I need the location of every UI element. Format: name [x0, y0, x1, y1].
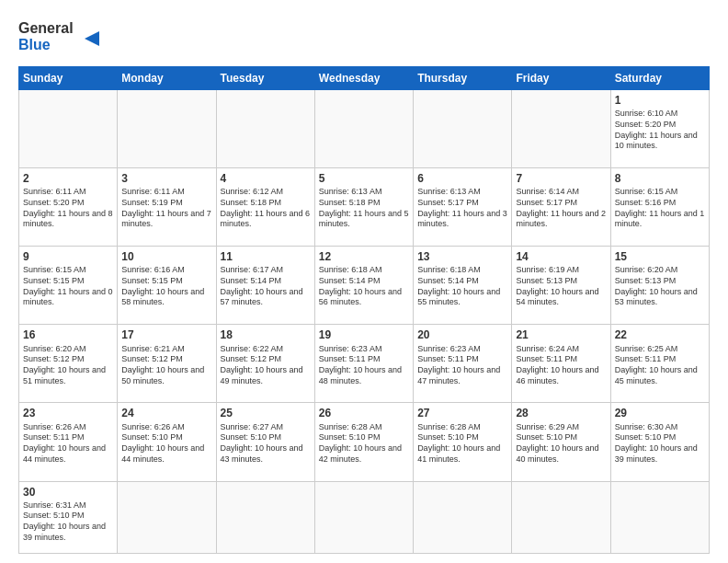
week-row-2: 9Sunrise: 6:15 AM Sunset: 5:15 PM Daylig… — [19, 247, 710, 325]
day-info: Sunrise: 6:10 AM Sunset: 5:20 PM Dayligh… — [615, 109, 705, 152]
header-saturday: Saturday — [610, 67, 709, 90]
day-cell: 1Sunrise: 6:10 AM Sunset: 5:20 PM Daylig… — [610, 90, 709, 168]
day-number: 9 — [23, 249, 113, 264]
day-number: 1 — [615, 93, 705, 108]
day-number: 8 — [615, 171, 705, 186]
day-info: Sunrise: 6:24 AM Sunset: 5:11 PM Dayligh… — [516, 344, 606, 387]
day-cell — [216, 90, 314, 168]
day-number: 26 — [319, 406, 409, 420]
day-cell: 29Sunrise: 6:30 AM Sunset: 5:10 PM Dayli… — [610, 403, 709, 481]
day-number: 30 — [23, 485, 113, 500]
day-info: Sunrise: 6:20 AM Sunset: 5:13 PM Dayligh… — [615, 265, 705, 308]
day-cell — [19, 90, 118, 168]
day-info: Sunrise: 6:13 AM Sunset: 5:17 PM Dayligh… — [417, 187, 507, 230]
week-row-4: 23Sunrise: 6:26 AM Sunset: 5:11 PM Dayli… — [19, 403, 710, 481]
day-cell: 19Sunrise: 6:23 AM Sunset: 5:11 PM Dayli… — [314, 325, 413, 403]
day-info: Sunrise: 6:12 AM Sunset: 5:18 PM Dayligh… — [221, 187, 311, 230]
day-number: 7 — [516, 171, 606, 186]
header-monday: Monday — [118, 67, 216, 90]
day-info: Sunrise: 6:20 AM Sunset: 5:12 PM Dayligh… — [23, 344, 113, 387]
day-cell — [118, 481, 216, 553]
day-number: 6 — [417, 171, 507, 186]
day-info: Sunrise: 6:23 AM Sunset: 5:11 PM Dayligh… — [417, 344, 507, 387]
day-cell: 22Sunrise: 6:25 AM Sunset: 5:11 PM Dayli… — [610, 325, 709, 403]
day-cell — [314, 90, 413, 168]
day-number: 27 — [417, 406, 507, 420]
day-cell: 9Sunrise: 6:15 AM Sunset: 5:15 PM Daylig… — [19, 247, 118, 325]
day-number: 16 — [23, 327, 113, 342]
svg-text:General: General — [18, 20, 74, 36]
day-cell: 5Sunrise: 6:13 AM Sunset: 5:18 PM Daylig… — [314, 168, 413, 247]
day-info: Sunrise: 6:14 AM Sunset: 5:17 PM Dayligh… — [516, 187, 606, 230]
day-info: Sunrise: 6:30 AM Sunset: 5:10 PM Dayligh… — [615, 422, 705, 465]
week-row-5: 30Sunrise: 6:31 AM Sunset: 5:10 PM Dayli… — [19, 481, 710, 553]
day-info: Sunrise: 6:26 AM Sunset: 5:11 PM Dayligh… — [23, 422, 113, 465]
day-number: 25 — [221, 406, 311, 420]
day-info: Sunrise: 6:18 AM Sunset: 5:14 PM Dayligh… — [417, 265, 507, 308]
day-cell: 7Sunrise: 6:14 AM Sunset: 5:17 PM Daylig… — [512, 168, 610, 247]
calendar-table: Sunday Monday Tuesday Wednesday Thursday… — [18, 66, 710, 554]
day-cell: 23Sunrise: 6:26 AM Sunset: 5:11 PM Dayli… — [19, 403, 118, 481]
day-cell: 21Sunrise: 6:24 AM Sunset: 5:11 PM Dayli… — [512, 325, 610, 403]
day-number: 17 — [121, 327, 211, 342]
day-number: 11 — [221, 249, 311, 264]
svg-marker-2 — [85, 31, 99, 46]
day-number: 24 — [121, 406, 211, 420]
day-cell — [610, 481, 709, 553]
day-number: 21 — [516, 327, 606, 342]
day-cell: 10Sunrise: 6:16 AM Sunset: 5:15 PM Dayli… — [118, 247, 216, 325]
week-row-1: 2Sunrise: 6:11 AM Sunset: 5:20 PM Daylig… — [19, 168, 710, 247]
logo-svg: General Blue — [18, 15, 101, 59]
day-cell — [314, 481, 413, 553]
day-number: 29 — [615, 406, 705, 420]
day-cell: 11Sunrise: 6:17 AM Sunset: 5:14 PM Dayli… — [216, 247, 314, 325]
day-number: 10 — [121, 249, 211, 264]
day-cell — [512, 90, 610, 168]
day-number: 13 — [417, 249, 507, 264]
day-cell: 30Sunrise: 6:31 AM Sunset: 5:10 PM Dayli… — [19, 481, 118, 553]
day-cell: 2Sunrise: 6:11 AM Sunset: 5:20 PM Daylig… — [19, 168, 118, 247]
day-info: Sunrise: 6:13 AM Sunset: 5:18 PM Dayligh… — [319, 187, 409, 230]
day-number: 23 — [23, 406, 113, 420]
day-cell: 14Sunrise: 6:19 AM Sunset: 5:13 PM Dayli… — [512, 247, 610, 325]
day-info: Sunrise: 6:18 AM Sunset: 5:14 PM Dayligh… — [319, 265, 409, 308]
header-sunday: Sunday — [19, 67, 118, 90]
day-cell: 15Sunrise: 6:20 AM Sunset: 5:13 PM Dayli… — [610, 247, 709, 325]
day-cell: 8Sunrise: 6:15 AM Sunset: 5:16 PM Daylig… — [610, 168, 709, 247]
day-info: Sunrise: 6:22 AM Sunset: 5:12 PM Dayligh… — [221, 344, 311, 387]
day-cell — [216, 481, 314, 553]
day-cell: 3Sunrise: 6:11 AM Sunset: 5:19 PM Daylig… — [118, 168, 216, 247]
day-info: Sunrise: 6:19 AM Sunset: 5:13 PM Dayligh… — [516, 265, 606, 308]
day-info: Sunrise: 6:31 AM Sunset: 5:10 PM Dayligh… — [23, 500, 113, 544]
day-number: 28 — [516, 406, 606, 420]
day-cell: 17Sunrise: 6:21 AM Sunset: 5:12 PM Dayli… — [118, 325, 216, 403]
page: General Blue Sunday Monday Tuesday Wedne… — [0, 0, 728, 563]
day-info: Sunrise: 6:27 AM Sunset: 5:10 PM Dayligh… — [221, 422, 311, 465]
day-info: Sunrise: 6:16 AM Sunset: 5:15 PM Dayligh… — [121, 265, 211, 308]
day-cell: 28Sunrise: 6:29 AM Sunset: 5:10 PM Dayli… — [512, 403, 610, 481]
day-cell: 25Sunrise: 6:27 AM Sunset: 5:10 PM Dayli… — [216, 403, 314, 481]
day-cell: 26Sunrise: 6:28 AM Sunset: 5:10 PM Dayli… — [314, 403, 413, 481]
day-number: 12 — [319, 249, 409, 264]
svg-text:Blue: Blue — [18, 37, 51, 52]
logo: General Blue — [18, 15, 101, 59]
header-tuesday: Tuesday — [216, 67, 314, 90]
day-info: Sunrise: 6:26 AM Sunset: 5:10 PM Dayligh… — [121, 422, 211, 465]
day-info: Sunrise: 6:21 AM Sunset: 5:12 PM Dayligh… — [121, 344, 211, 387]
day-cell: 18Sunrise: 6:22 AM Sunset: 5:12 PM Dayli… — [216, 325, 314, 403]
day-info: Sunrise: 6:17 AM Sunset: 5:14 PM Dayligh… — [221, 265, 311, 308]
day-info: Sunrise: 6:28 AM Sunset: 5:10 PM Dayligh… — [319, 422, 409, 465]
day-cell: 6Sunrise: 6:13 AM Sunset: 5:17 PM Daylig… — [414, 168, 512, 247]
day-info: Sunrise: 6:29 AM Sunset: 5:10 PM Dayligh… — [516, 422, 606, 465]
header-friday: Friday — [512, 67, 610, 90]
day-number: 19 — [319, 327, 409, 342]
day-number: 15 — [615, 249, 705, 264]
day-cell — [414, 481, 512, 553]
day-cell — [118, 90, 216, 168]
day-cell — [414, 90, 512, 168]
week-row-3: 16Sunrise: 6:20 AM Sunset: 5:12 PM Dayli… — [19, 325, 710, 403]
day-number: 22 — [615, 327, 705, 342]
day-info: Sunrise: 6:23 AM Sunset: 5:11 PM Dayligh… — [319, 344, 409, 387]
day-info: Sunrise: 6:11 AM Sunset: 5:19 PM Dayligh… — [121, 187, 211, 230]
header-thursday: Thursday — [414, 67, 512, 90]
